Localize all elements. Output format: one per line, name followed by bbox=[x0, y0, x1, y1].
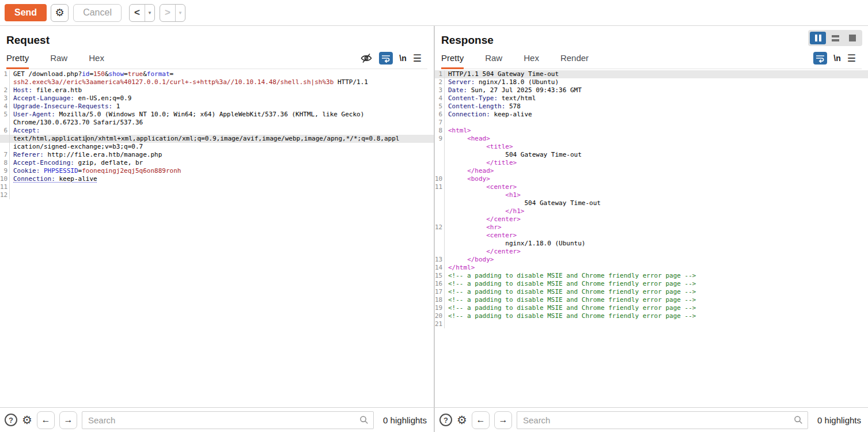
search-prev-button[interactable]: ← bbox=[37, 411, 55, 429]
code-line[interactable]: 6Accept: bbox=[0, 127, 434, 135]
line-number: 5 bbox=[435, 103, 445, 111]
code-line[interactable]: </center> bbox=[435, 248, 868, 256]
code-line[interactable]: </h1> bbox=[435, 207, 868, 215]
eye-slash-icon[interactable] bbox=[360, 52, 373, 65]
word-wrap-icon[interactable] bbox=[379, 52, 393, 65]
menu-icon[interactable]: ☰ bbox=[413, 52, 422, 65]
code-line[interactable]: 12 <hr> bbox=[435, 223, 868, 232]
code-line[interactable]: ication/signed-exchange;v=b3;q=0.7 bbox=[0, 143, 434, 151]
help-icon[interactable]: ? bbox=[439, 414, 452, 426]
code-line[interactable]: 14</html> bbox=[435, 264, 868, 272]
line-number: 10 bbox=[435, 175, 445, 183]
code-line[interactable]: </head> bbox=[435, 167, 868, 175]
tab-raw[interactable]: Raw bbox=[50, 53, 67, 69]
search-prev-button[interactable]: ← bbox=[472, 411, 490, 429]
code-line[interactable]: 8Accept-Encoding: gzip, deflate, br bbox=[0, 159, 434, 167]
code-line[interactable]: 2Host: file.era.htb bbox=[0, 86, 434, 94]
send-button[interactable]: Send bbox=[5, 4, 47, 21]
code-line[interactable]: ssh2.exec%3a//eric%3aamerica%40127.0.0.1… bbox=[0, 78, 434, 86]
code-line[interactable]: 7Referer: http://file.era.htb/manage.php bbox=[0, 151, 434, 159]
search-settings-icon[interactable]: ⚙ bbox=[457, 414, 467, 426]
code-line[interactable]: 3Date: Sun, 27 Jul 2025 09:43:36 GMT bbox=[435, 86, 868, 94]
search-next-button[interactable]: → bbox=[59, 411, 77, 429]
line-number bbox=[435, 199, 445, 207]
line-number bbox=[435, 248, 445, 256]
search-icon bbox=[794, 415, 803, 427]
menu-icon[interactable]: ☰ bbox=[847, 52, 856, 65]
line-number bbox=[435, 143, 445, 151]
newline-icon[interactable]: \n bbox=[399, 52, 406, 65]
code-line[interactable]: <h1> bbox=[435, 191, 868, 199]
chevron-down-icon[interactable]: ▼ bbox=[145, 5, 154, 21]
search-icon bbox=[359, 415, 369, 427]
line-number: 2 bbox=[435, 78, 445, 86]
request-search-input[interactable] bbox=[82, 411, 374, 429]
code-line[interactable]: <title> bbox=[435, 143, 868, 151]
code-line[interactable]: 4Content-Type: text/html bbox=[435, 94, 868, 103]
request-editor[interactable]: 1GET /download.php?id=150&show=true&form… bbox=[0, 69, 434, 407]
code-line[interactable]: 7 bbox=[435, 119, 868, 127]
code-line[interactable]: 9 <head> bbox=[435, 135, 868, 143]
tab-pretty[interactable]: Pretty bbox=[441, 53, 464, 69]
word-wrap-icon[interactable] bbox=[813, 52, 827, 65]
send-settings-button[interactable]: ⚙ bbox=[51, 4, 69, 22]
code-line[interactable]: 2Server: nginx/1.18.0 (Ubuntu) bbox=[435, 78, 868, 86]
code-line[interactable]: 10 <body> bbox=[435, 175, 868, 183]
code-line[interactable]: 21 bbox=[435, 320, 868, 328]
code-line[interactable]: 5User-Agent: Mozilla/5.0 (Windows NT 10.… bbox=[0, 111, 434, 119]
code-line[interactable]: <center> bbox=[435, 232, 868, 240]
code-line[interactable]: 6Connection: keep-alive bbox=[435, 111, 868, 119]
line-number: 10 bbox=[0, 175, 10, 183]
line-number: 18 bbox=[435, 296, 445, 304]
code-line[interactable]: 19<!-- a padding to disable MSIE and Chr… bbox=[435, 304, 868, 312]
line-number: 20 bbox=[435, 312, 445, 320]
code-line[interactable]: Chrome/130.0.6723.70 Safari/537.36 bbox=[0, 119, 434, 127]
code-line[interactable]: 16<!-- a padding to disable MSIE and Chr… bbox=[435, 280, 868, 288]
line-number: 4 bbox=[435, 94, 445, 103]
code-line[interactable]: 8<html> bbox=[435, 127, 868, 135]
code-line[interactable]: 504 Gateway Time-out bbox=[435, 199, 868, 207]
chevron-down-icon[interactable]: ▼ bbox=[175, 5, 185, 21]
search-next-button[interactable]: → bbox=[494, 411, 512, 429]
code-line[interactable]: 15<!-- a padding to disable MSIE and Chr… bbox=[435, 272, 868, 280]
code-line[interactable]: 1HTTP/1.1 504 Gateway Time-out bbox=[435, 70, 868, 78]
code-line[interactable]: text/html,application/xhtml+xml,applicat… bbox=[0, 135, 434, 143]
tab-render[interactable]: Render bbox=[560, 53, 589, 69]
code-line[interactable]: 3Accept-Language: en-US,en;q=0.9 bbox=[0, 94, 434, 103]
newline-icon[interactable]: \n bbox=[833, 52, 840, 65]
line-number: 12 bbox=[435, 223, 445, 232]
code-line[interactable]: 10Connection: keep-alive bbox=[0, 175, 434, 183]
code-line[interactable]: 12 bbox=[0, 191, 434, 199]
code-line[interactable]: 5Content-Length: 578 bbox=[435, 103, 868, 111]
code-line[interactable]: 504 Gateway Time-out bbox=[435, 151, 868, 159]
tab-hex[interactable]: Hex bbox=[89, 53, 104, 69]
code-line[interactable]: </title> bbox=[435, 159, 868, 167]
previous-request-button[interactable]: < ▼ bbox=[129, 4, 155, 22]
line-number: 3 bbox=[435, 86, 445, 94]
code-line[interactable]: 1GET /download.php?id=150&show=true&form… bbox=[0, 70, 434, 78]
cancel-button[interactable]: Cancel bbox=[73, 4, 122, 22]
code-line[interactable]: 9Cookie: PHPSESSID=fooneqingj2eqj5q6on88… bbox=[0, 167, 434, 175]
line-number bbox=[435, 167, 445, 175]
code-line[interactable]: 11 bbox=[0, 183, 434, 191]
tab-pretty[interactable]: Pretty bbox=[6, 53, 29, 69]
code-line[interactable]: 13 </body> bbox=[435, 256, 868, 264]
line-number: 12 bbox=[0, 191, 10, 199]
tab-hex[interactable]: Hex bbox=[524, 53, 539, 69]
line-number: 9 bbox=[435, 135, 445, 143]
next-request-button[interactable]: > ▼ bbox=[160, 4, 185, 22]
response-editor[interactable]: 1HTTP/1.1 504 Gateway Time-out2Server: n… bbox=[435, 69, 868, 407]
line-number: 3 bbox=[0, 94, 10, 103]
tab-raw[interactable]: Raw bbox=[485, 53, 502, 69]
help-icon[interactable]: ? bbox=[5, 414, 17, 426]
search-settings-icon[interactable]: ⚙ bbox=[22, 414, 32, 426]
line-number: 6 bbox=[435, 111, 445, 119]
code-line[interactable]: 17<!-- a padding to disable MSIE and Chr… bbox=[435, 288, 868, 296]
code-line[interactable]: 18<!-- a padding to disable MSIE and Chr… bbox=[435, 296, 868, 304]
code-line[interactable]: </center> bbox=[435, 215, 868, 223]
code-line[interactable]: 11 <center> bbox=[435, 183, 868, 191]
code-line[interactable]: 4Upgrade-Insecure-Requests: 1 bbox=[0, 103, 434, 111]
code-line[interactable]: 20<!-- a padding to disable MSIE and Chr… bbox=[435, 312, 868, 320]
response-search-input[interactable] bbox=[517, 411, 808, 429]
code-line[interactable]: nginx/1.18.0 (Ubuntu) bbox=[435, 240, 868, 248]
